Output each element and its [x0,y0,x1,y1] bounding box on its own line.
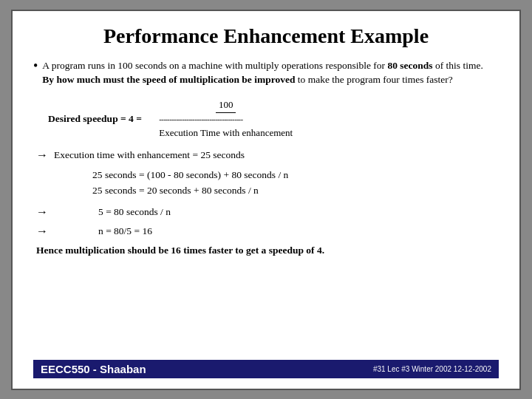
bullet-text-part1: A program runs in 100 seconds on a machi… [42,60,385,71]
bullet-text-bold1: 80 seconds [387,60,432,71]
fraction-numerator: 100 [216,98,236,114]
eq-row-1: 25 seconds = (100 - 80 seconds) + 80 sec… [92,167,499,183]
slide: Performance Enhancement Example • A prog… [11,10,521,390]
footer-bar: EECC550 - Shaaban #31 Lec #3 Winter 2002… [33,360,499,378]
speedup-spacer [146,112,149,126]
bullet-text-bold2: By how much must the speed of multiplica… [42,74,295,85]
bullet-symbol: • [33,58,38,75]
bullet-text-part3: to make the program four times faster? [298,74,453,85]
arrow2-text: 5 = 80 seconds / n [98,206,171,218]
fraction-den-text: Execution Time with enhancement [159,127,293,138]
eq-row-2: 25 seconds = 20 seconds + 80 seconds / n [92,183,499,199]
bullet-text-part2: of this time. [435,60,491,71]
arrow-row-2: → 5 = 80 seconds / n [36,205,499,219]
bullet-section: • A program runs in 100 seconds on a mac… [33,58,499,87]
slide-title: Performance Enhancement Example [33,24,499,48]
arrow1-text: Execution time with enhancement = 25 sec… [54,149,245,161]
footer-title: EECC550 - Shaaban [41,363,146,375]
arrow-icon-3: → [36,225,48,238]
dashes-line: ---------------------------------------- [159,114,293,125]
arrow-row-3: → n = 80/5 = 16 [36,225,499,238]
fraction: 100 ------------------------------------… [156,98,296,140]
speedup-label: Desired speedup = 4 = [48,112,142,126]
bullet-text: A program runs in 100 seconds on a machi… [42,58,499,87]
arrow3-text: n = 80/5 = 16 [98,225,152,237]
arrow-icon-1: → [36,149,48,162]
speedup-row: Desired speedup = 4 = 100 --------------… [48,98,499,140]
speedup-block: Desired speedup = 4 = 100 --------------… [48,98,499,140]
fraction-denominator: ----------------------------------------… [156,113,296,140]
footer-info: #31 Lec #3 Winter 2002 12-12-2002 [373,365,491,373]
eq2-text: 25 seconds = 20 seconds + 80 seconds / n [92,183,259,199]
equation-block: 25 seconds = (100 - 80 seconds) + 80 sec… [92,167,499,199]
arrow-row-1: → Execution time with enhancement = 25 s… [36,149,499,162]
arrow-icon-2: → [36,205,48,219]
conclusion: Hence multiplication should be 16 times … [36,245,499,256]
eq1-text: 25 seconds = (100 - 80 seconds) + 80 sec… [92,167,288,183]
